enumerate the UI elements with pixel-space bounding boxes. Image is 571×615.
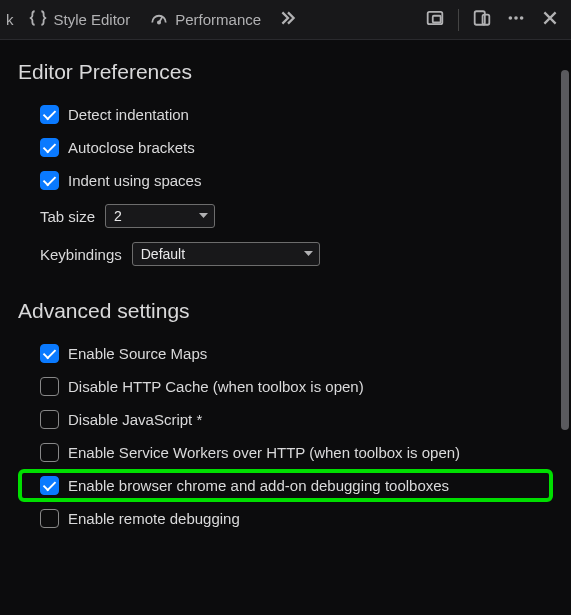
more-options-button[interactable] xyxy=(501,5,531,35)
option-detect-indentation[interactable]: Detect indentation xyxy=(18,98,553,131)
option-tab-size: Tab size 2 xyxy=(18,197,553,235)
checkbox-indent-using-spaces[interactable] xyxy=(40,171,59,190)
option-enable-service-workers[interactable]: Enable Service Workers over HTTP (when t… xyxy=(18,436,553,469)
select-label: Tab size xyxy=(40,208,95,225)
tab-label: Performance xyxy=(175,11,261,28)
option-keybindings: Keybindings Default xyxy=(18,235,553,273)
frame-icon xyxy=(426,9,444,30)
responsive-design-button[interactable] xyxy=(467,5,497,35)
option-label: Detect indentation xyxy=(68,106,189,123)
option-label: Enable Source Maps xyxy=(68,345,207,362)
separator xyxy=(458,9,459,31)
braces-icon xyxy=(29,9,47,30)
option-enable-browser-chrome[interactable]: Enable browser chrome and add-on debuggi… xyxy=(18,469,553,502)
checkbox-detect-indentation[interactable] xyxy=(40,105,59,124)
option-autoclose-brackets[interactable]: Autoclose brackets xyxy=(18,131,553,164)
scrollbar-thumb[interactable] xyxy=(561,70,569,430)
checkbox-enable-source-maps[interactable] xyxy=(40,344,59,363)
svg-rect-2 xyxy=(433,16,441,23)
svg-point-7 xyxy=(520,16,524,20)
close-devtools-button[interactable] xyxy=(535,5,565,35)
tab-size-select[interactable]: 2 xyxy=(105,204,215,228)
option-label: Enable browser chrome and add-on debuggi… xyxy=(68,477,449,494)
tab-performance[interactable]: Performance xyxy=(142,5,269,34)
chevron-double-right-icon xyxy=(279,9,297,30)
checkbox-enable-browser-chrome[interactable] xyxy=(40,476,59,495)
option-enable-source-maps[interactable]: Enable Source Maps xyxy=(18,337,553,370)
overflow-tabs-button[interactable] xyxy=(273,5,303,35)
checkbox-disable-javascript[interactable] xyxy=(40,410,59,429)
meatballs-icon xyxy=(507,9,525,30)
option-label: Enable remote debugging xyxy=(68,510,240,527)
section-title-editor-preferences: Editor Preferences xyxy=(18,60,553,84)
tab-style-editor[interactable]: Style Editor xyxy=(21,5,139,34)
svg-point-5 xyxy=(509,16,513,20)
settings-content: Editor Preferences Detect indentation Au… xyxy=(0,40,571,615)
keybindings-select[interactable]: Default xyxy=(132,242,320,266)
cut-text: k xyxy=(6,11,17,28)
svg-point-0 xyxy=(158,21,160,23)
option-enable-remote-debugging[interactable]: Enable remote debugging xyxy=(18,502,553,535)
section-title-advanced-settings: Advanced settings xyxy=(18,299,553,323)
option-label: Autoclose brackets xyxy=(68,139,195,156)
devices-icon xyxy=(473,9,491,30)
gauge-icon xyxy=(150,9,168,30)
option-disable-javascript[interactable]: Disable JavaScript * xyxy=(18,403,553,436)
checkbox-disable-http-cache[interactable] xyxy=(40,377,59,396)
select-label: Keybindings xyxy=(40,246,122,263)
checkbox-autoclose-brackets[interactable] xyxy=(40,138,59,157)
iframe-picker-button[interactable] xyxy=(420,5,450,35)
svg-rect-4 xyxy=(483,15,490,25)
close-icon xyxy=(541,9,559,30)
option-indent-using-spaces[interactable]: Indent using spaces xyxy=(18,164,553,197)
option-label: Disable HTTP Cache (when toolbox is open… xyxy=(68,378,364,395)
checkbox-enable-remote-debugging[interactable] xyxy=(40,509,59,528)
scrollbar[interactable] xyxy=(559,40,571,615)
svg-point-6 xyxy=(514,16,518,20)
option-label: Enable Service Workers over HTTP (when t… xyxy=(68,444,460,461)
option-label: Indent using spaces xyxy=(68,172,201,189)
option-label: Disable JavaScript * xyxy=(68,411,202,428)
devtools-toolbar: k Style Editor Performance xyxy=(0,0,571,40)
checkbox-enable-service-workers[interactable] xyxy=(40,443,59,462)
tab-label: Style Editor xyxy=(54,11,131,28)
option-disable-http-cache[interactable]: Disable HTTP Cache (when toolbox is open… xyxy=(18,370,553,403)
